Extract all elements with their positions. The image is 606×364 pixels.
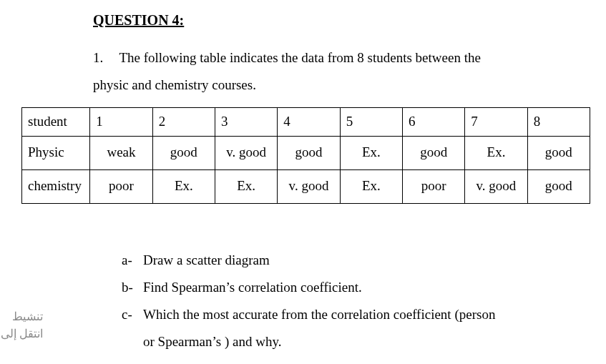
task-text: Which the most accurate from the correla…: [143, 301, 551, 355]
intro-line2: physic and chemistry courses.: [93, 77, 256, 92]
table-row: student 1 2 3 4 5 6 7 8: [22, 108, 590, 137]
question-heading: QUESTION 4:: [93, 10, 184, 30]
student-col: 3: [215, 108, 278, 137]
chemistry-cell: v. good: [465, 169, 527, 203]
chemistry-cell: good: [527, 169, 590, 203]
data-table: student 1 2 3 4 5 6 7 8 Physic weak good…: [21, 107, 590, 204]
physic-cell: Ex.: [465, 136, 527, 169]
watermark-line1: تنشيط: [12, 310, 43, 323]
intro-line1: The following table indicates the data f…: [119, 50, 480, 65]
chemistry-cell: Ex.: [340, 169, 402, 203]
chemistry-cell: poor: [90, 169, 152, 203]
physic-cell: v. good: [215, 136, 278, 169]
row-label-physic: Physic: [22, 136, 90, 169]
task-c-line2: or Spearman’s ) and why.: [143, 334, 281, 349]
task-c: c- Which the most accurate from the corr…: [122, 301, 551, 355]
task-a: a- Draw a scatter diagram: [122, 247, 551, 274]
task-letter: a-: [122, 247, 143, 274]
student-col: 1: [90, 108, 152, 137]
student-col: 6: [403, 108, 465, 137]
table-row: chemistry poor Ex. Ex. v. good Ex. poor …: [22, 169, 590, 203]
watermark-line2: انتقل إلى: [1, 328, 43, 340]
page: QUESTION 4: 1. The following table indic…: [0, 0, 606, 364]
table-row: Physic weak good v. good good Ex. good E…: [22, 136, 590, 169]
physic-cell: good: [403, 136, 465, 169]
student-col: 7: [465, 108, 527, 137]
header-label: student: [22, 108, 90, 137]
chemistry-cell: v. good: [278, 169, 340, 203]
task-text: Find Spearman’s correlation coefficient.: [143, 274, 551, 301]
task-b: b- Find Spearman’s correlation coefficie…: [122, 274, 551, 301]
physic-cell: good: [527, 136, 590, 169]
physic-cell: weak: [90, 136, 152, 169]
intro-paragraph: 1. The following table indicates the dat…: [93, 44, 558, 99]
chemistry-cell: poor: [403, 169, 465, 203]
student-col: 8: [527, 108, 590, 137]
task-text: Draw a scatter diagram: [143, 247, 551, 274]
student-col: 5: [340, 108, 402, 137]
row-label-chemistry: chemistry: [22, 169, 90, 203]
task-letter: c-: [122, 301, 143, 355]
chemistry-cell: Ex.: [152, 169, 215, 203]
task-letter: b-: [122, 274, 143, 301]
intro-number: 1.: [93, 44, 116, 72]
physic-cell: Ex.: [340, 136, 402, 169]
task-c-line1: Which the most accurate from the correla…: [143, 307, 495, 322]
student-col: 4: [278, 108, 340, 137]
physic-cell: good: [278, 136, 340, 169]
task-list: a- Draw a scatter diagram b- Find Spearm…: [122, 247, 551, 355]
physic-cell: good: [152, 136, 215, 169]
chemistry-cell: Ex.: [215, 169, 278, 203]
student-col: 2: [152, 108, 215, 137]
activation-watermark: تنشيط انتقل إلى: [0, 308, 43, 343]
